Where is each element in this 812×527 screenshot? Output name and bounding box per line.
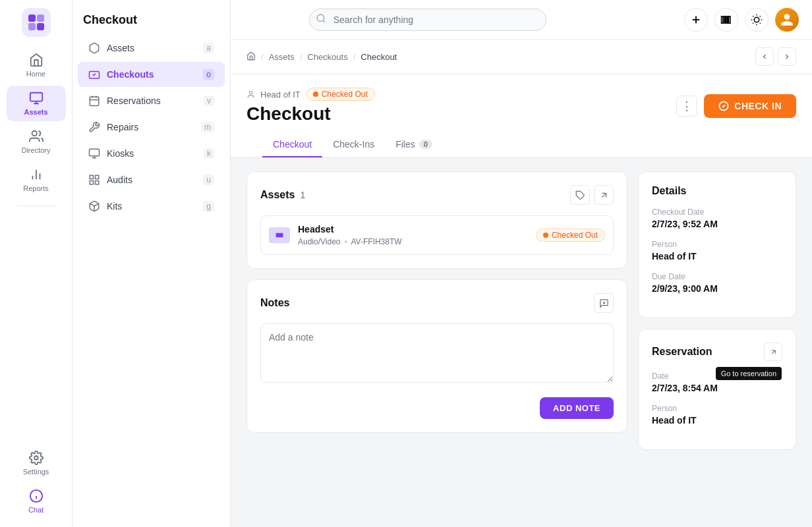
asset-meta: Audio/Video AV-FFIH38TW xyxy=(298,237,528,246)
nav-reports-label: Reports xyxy=(23,184,49,192)
sidebar-repairs-key: m xyxy=(201,122,214,132)
sidebar-item-reports[interactable]: Reports xyxy=(7,162,66,198)
svg-rect-30 xyxy=(727,16,728,23)
assets-card: Assets 1 xyxy=(246,171,627,269)
breadcrumb-assets[interactable]: Assets xyxy=(269,52,295,62)
user-avatar[interactable] xyxy=(775,8,799,32)
assets-card-title: Assets xyxy=(260,189,295,201)
more-options-button[interactable]: ⋮ xyxy=(676,96,697,117)
page-header-actions: ⋮ CHECK IN xyxy=(676,94,796,118)
sidebar-item-audits[interactable]: Audits u xyxy=(78,167,225,192)
svg-rect-45 xyxy=(276,233,283,238)
check-in-label: CHECK IN xyxy=(734,101,782,111)
sidebar-item-repairs[interactable]: Repairs m xyxy=(78,115,225,140)
status-dot xyxy=(313,92,318,97)
sidebar-item-home[interactable]: Home xyxy=(7,47,66,83)
svg-rect-27 xyxy=(721,16,722,23)
assets-expand-button[interactable] xyxy=(594,185,614,205)
content: / Assets / Checkouts / Checkout xyxy=(231,40,812,527)
tabs: Checkout Check-Ins Files 0 xyxy=(246,132,796,157)
reservation-card: Reservation Go to reservation Date 2/7/2… xyxy=(638,329,796,450)
top-bar xyxy=(231,0,812,40)
breadcrumb-back[interactable] xyxy=(755,47,774,66)
assets-tag-button[interactable] xyxy=(570,185,590,205)
sidebar-reservations-label: Reservations xyxy=(107,96,197,106)
sidebar-header: Checkout xyxy=(72,0,230,35)
barcode-button[interactable] xyxy=(714,8,738,32)
sidebar-item-directory[interactable]: Directory xyxy=(7,124,66,159)
person-row: Person Head of IT xyxy=(652,240,782,262)
sidebar-kits-key: g xyxy=(203,201,214,211)
checkout-date-label: Checkout Date xyxy=(652,208,782,217)
asset-status-badge: Checked Out xyxy=(536,229,605,242)
tab-check-ins-label: Check-Ins xyxy=(333,139,374,150)
sidebar-item-settings[interactable]: Settings xyxy=(7,445,66,481)
tab-check-ins[interactable]: Check-Ins xyxy=(322,132,385,157)
asset-info: Headset Audio/Video AV-FFIH38TW xyxy=(298,224,528,246)
sidebar-checkouts-label: Checkouts xyxy=(107,69,196,80)
sidebar-item-reservations[interactable]: Reservations v xyxy=(78,88,225,113)
notes-textarea[interactable] xyxy=(260,323,614,383)
page-title: Checkout xyxy=(246,103,375,125)
due-date-label: Due Date xyxy=(652,272,782,281)
details-card-title: Details xyxy=(652,185,686,197)
breadcrumb-checkouts[interactable]: Checkouts xyxy=(307,52,347,62)
side-column: Details Checkout Date 2/7/23, 9:52 AM Pe… xyxy=(638,171,796,450)
assets-card-header: Assets 1 xyxy=(260,185,614,205)
svg-rect-21 xyxy=(90,181,93,184)
tab-checkout[interactable]: Checkout xyxy=(262,132,322,157)
add-button[interactable] xyxy=(684,8,708,32)
breadcrumb-sep-2: / xyxy=(300,52,303,62)
sidebar-repairs-label: Repairs xyxy=(107,122,194,132)
sidebar-item-kits[interactable]: Kits g xyxy=(78,194,225,219)
breadcrumb-nav xyxy=(755,47,796,66)
person-label: Person xyxy=(652,240,782,249)
notes-card-actions xyxy=(594,293,614,313)
sidebar-item-kiosks[interactable]: Kiosks k xyxy=(78,141,225,166)
svg-line-36 xyxy=(760,22,761,23)
breadcrumb-sep-3: / xyxy=(353,52,356,62)
main-column: Assets 1 xyxy=(246,171,627,450)
notes-card-header: Notes xyxy=(260,293,614,313)
nav-home-label: Home xyxy=(26,70,45,78)
details-card-header: Details xyxy=(652,185,782,197)
check-in-icon xyxy=(718,101,729,111)
sidebar-item-assets[interactable]: Assets a xyxy=(78,36,225,61)
sidebar-kits-label: Kits xyxy=(107,201,196,211)
main-area: / Assets / Checkouts / Checkout xyxy=(231,0,812,527)
reservation-card-header: Reservation Go to reservation xyxy=(652,343,782,361)
breadcrumb-forward[interactable] xyxy=(778,47,796,66)
top-bar-actions xyxy=(684,8,799,32)
check-in-button[interactable]: CHECK IN xyxy=(704,94,796,118)
reservation-person-label: Person xyxy=(652,404,782,413)
nav-divider xyxy=(16,206,56,206)
breadcrumb-home[interactable] xyxy=(246,51,256,63)
person-value: Head of IT xyxy=(652,251,782,262)
reservation-person-row: Person Head of IT xyxy=(652,404,782,426)
asset-thumbnail xyxy=(269,227,290,243)
due-date-row: Due Date 2/9/23, 9:00 AM xyxy=(652,272,782,294)
reservation-link-button[interactable]: Go to reservation xyxy=(764,343,782,361)
notes-add-button[interactable] xyxy=(594,293,614,313)
sidebar-checkouts-key: o xyxy=(203,69,214,80)
svg-rect-2 xyxy=(28,23,36,30)
sidebar-item-checkouts[interactable]: Checkouts o xyxy=(78,62,225,87)
sidebar-item-chat[interactable]: Chat xyxy=(7,484,66,519)
nav-settings-label: Settings xyxy=(23,468,49,476)
svg-line-39 xyxy=(753,22,753,23)
sidebar: Checkout Assets a Checkouts o Reservatio… xyxy=(72,0,231,527)
search-input[interactable] xyxy=(309,9,546,31)
reservation-date-row: Date 2/7/23, 8:54 AM xyxy=(652,372,782,393)
asset-meta-sep xyxy=(345,240,347,243)
sidebar-audits-label: Audits xyxy=(107,175,196,185)
add-note-button[interactable]: ADD NOTE xyxy=(540,397,614,419)
theme-toggle[interactable] xyxy=(745,8,768,32)
asset-category: Audio/Video xyxy=(298,237,341,246)
tab-files[interactable]: Files 0 xyxy=(385,132,443,157)
reservation-date-label: Date xyxy=(652,372,782,381)
asset-name: Headset xyxy=(298,224,528,235)
left-nav: Home Assets Directory Reports xyxy=(0,0,72,527)
sidebar-item-assets[interactable]: Assets xyxy=(7,86,66,121)
details-card: Details Checkout Date 2/7/23, 9:52 AM Pe… xyxy=(638,171,796,318)
sidebar-reservations-key: v xyxy=(204,96,214,106)
